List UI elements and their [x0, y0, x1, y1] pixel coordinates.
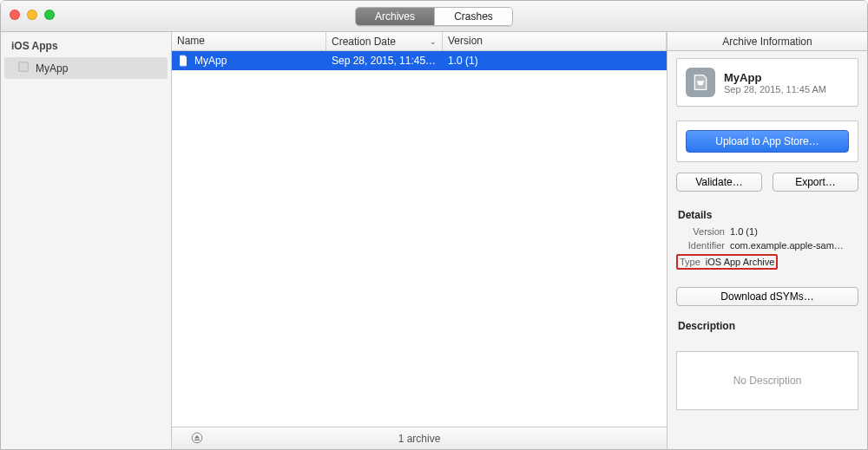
sidebar-item-label: MyApp — [36, 62, 68, 75]
column-creation-date[interactable]: Creation Date ⌄ — [326, 32, 443, 50]
version-label: Version — [676, 226, 725, 237]
table-row[interactable]: MyApp Sep 28, 2015, 11:45 AM 1.0 (1) — [172, 51, 667, 70]
cell-name-text: MyApp — [194, 55, 227, 67]
app-name: MyApp — [724, 71, 826, 84]
svg-rect-1 — [19, 62, 27, 70]
minimize-window-button[interactable] — [27, 10, 37, 20]
inspector: Archive Information MyApp Sep 28, 2015, … — [667, 32, 867, 449]
tab-crashes[interactable]: Crashes — [434, 8, 512, 25]
details-section: Details Version 1.0 (1) Identifier com.e… — [676, 204, 858, 273]
kv-identifier: Identifier com.example.apple-sam… — [676, 240, 858, 251]
archive-table: Name Creation Date ⌄ Version MyApp Sep 2… — [172, 32, 667, 449]
download-dsyms-button[interactable]: Download dSYMs… — [676, 287, 858, 306]
sidebar-header: iOS Apps — [1, 36, 171, 55]
app-summary-card: MyApp Sep 28, 2015, 11:45 AM — [676, 58, 858, 107]
column-headers: Name Creation Date ⌄ Version — [172, 32, 667, 51]
description-title: Description — [678, 320, 857, 332]
section-tabs: Archives Crashes — [355, 7, 513, 26]
identifier-value: com.example.apple-sam… — [730, 240, 858, 251]
type-highlight: Type iOS App Archive — [676, 254, 778, 270]
column-version[interactable]: Version — [443, 32, 667, 50]
description-box[interactable]: No Description — [676, 351, 858, 410]
table-body: MyApp Sep 28, 2015, 11:45 AM 1.0 (1) — [172, 51, 667, 427]
type-label: Type — [680, 257, 700, 267]
kv-version: Version 1.0 (1) — [676, 226, 858, 237]
sidebar: iOS Apps MyApp — [1, 32, 172, 449]
version-value: 1.0 (1) — [730, 226, 858, 237]
organizer-window: Archives Crashes iOS Apps MyApp Name Cre… — [0, 0, 868, 450]
cell-version: 1.0 (1) — [443, 55, 667, 67]
column-date-label: Creation Date — [332, 36, 396, 48]
sort-descending-icon: ⌄ — [430, 37, 437, 46]
close-window-button[interactable] — [10, 10, 20, 20]
description-section: Description — [676, 315, 858, 337]
app-placeholder-icon — [16, 60, 30, 76]
identifier-label: Identifier — [676, 240, 725, 251]
app-archive-icon — [686, 68, 715, 97]
table-footer: 1 archive — [172, 427, 667, 449]
tab-archives[interactable]: Archives — [356, 8, 434, 25]
app-date: Sep 28, 2015, 11:45 AM — [724, 84, 826, 95]
validate-button[interactable]: Validate… — [676, 173, 762, 192]
cell-date: Sep 28, 2015, 11:45 AM — [326, 55, 443, 67]
inspector-title: Archive Information — [667, 32, 867, 51]
archive-count: 1 archive — [398, 433, 441, 445]
cell-name: MyApp — [172, 55, 326, 67]
export-button[interactable]: Export… — [773, 173, 858, 192]
body: iOS Apps MyApp Name Creation Date ⌄ Vers… — [1, 32, 867, 449]
archive-file-icon — [177, 55, 189, 67]
details-title: Details — [678, 209, 857, 221]
validate-export-row: Validate… Export… — [676, 173, 858, 192]
column-name[interactable]: Name — [172, 32, 326, 50]
sidebar-item-myapp[interactable]: MyApp — [4, 57, 168, 79]
app-meta: MyApp Sep 28, 2015, 11:45 AM — [724, 71, 826, 95]
kv-type: Type iOS App Archive — [676, 254, 858, 270]
window-controls — [10, 10, 55, 20]
zoom-window-button[interactable] — [44, 10, 55, 20]
titlebar: Archives Crashes — [1, 1, 867, 32]
type-value: iOS App Archive — [706, 257, 775, 267]
upload-to-app-store-button[interactable]: Upload to App Store… — [686, 130, 849, 153]
eject-icon[interactable] — [191, 432, 203, 447]
upload-card: Upload to App Store… — [676, 121, 858, 162]
